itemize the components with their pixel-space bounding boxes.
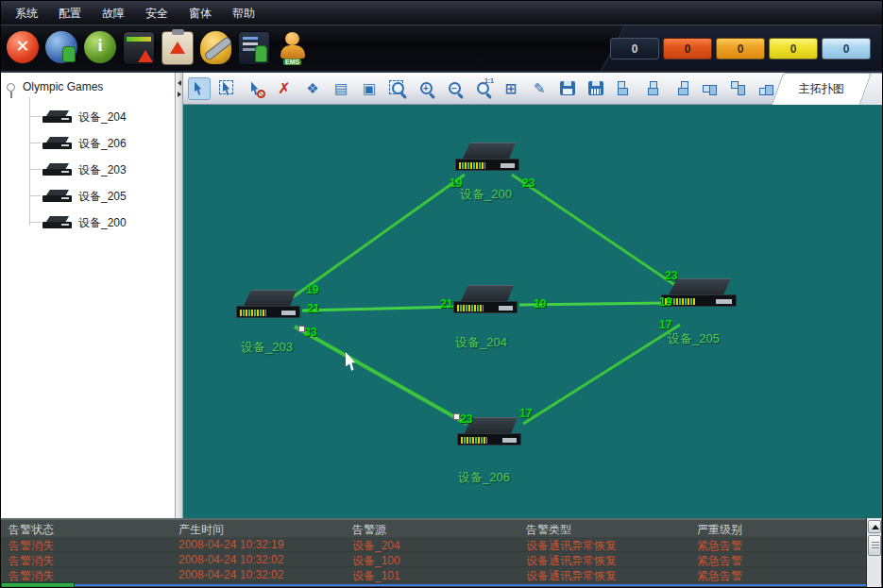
port-label: 23	[460, 412, 472, 426]
save-layout-icon[interactable]	[585, 77, 607, 100]
node-label-205: 设备_205	[668, 330, 720, 347]
device-alarm-icon[interactable]	[123, 31, 155, 65]
alarm-row[interactable]: 告警消失 2008-04-24 10:32:02 设备_100 设备通讯异常恢复…	[1, 552, 883, 567]
node-device-200[interactable]	[455, 143, 519, 173]
marquee-select-icon[interactable]	[216, 77, 239, 100]
window-view-icon[interactable]: ▣	[358, 77, 381, 100]
align-top-icon[interactable]	[698, 77, 721, 100]
col-occur-time[interactable]: 产生时间	[178, 522, 224, 538]
node-device-204[interactable]	[453, 285, 518, 315]
tab-main-topology[interactable]: 主拓扑图	[772, 73, 872, 105]
warning-triangle-icon	[170, 42, 185, 54]
node-device-203[interactable]	[236, 290, 300, 320]
align-right-icon[interactable]	[670, 77, 692, 100]
menu-help[interactable]: 帮助	[222, 1, 265, 25]
menu-config[interactable]: 配置	[48, 1, 92, 25]
align-center-icon[interactable]	[641, 77, 664, 100]
switch-icon	[42, 216, 72, 228]
ems-user-icon[interactable]: EMS	[277, 31, 309, 65]
tree-root[interactable]: Olympic Games	[7, 80, 103, 93]
select-pointer-icon[interactable]	[188, 77, 211, 100]
export-image-icon[interactable]: ▤	[330, 77, 352, 100]
port-label: 19	[306, 283, 318, 296]
port-label: 19	[450, 176, 462, 190]
node-label-203: 设备_203	[241, 339, 293, 356]
topology-globe-icon[interactable]	[45, 31, 77, 63]
alarm-table: 告警状态 产生时间 告警源 告警类型 严重级别 告警消失 2008-04-24 …	[1, 518, 883, 588]
alarm-table-header: 告警状态 产生时间 告警源 告警类型 严重级别	[1, 520, 883, 537]
link-nodes-icon[interactable]: ❖	[301, 77, 324, 100]
switch-icon	[42, 190, 72, 202]
tree-item-device-204[interactable]: 设备_204	[1, 103, 176, 129]
tree-item-device-205[interactable]: 设备_205	[1, 182, 176, 209]
col-severity[interactable]: 严重级别	[697, 522, 742, 538]
port-label: 23	[522, 176, 535, 190]
zoom-region-icon[interactable]	[386, 77, 409, 100]
save-icon[interactable]	[556, 77, 579, 100]
port-label: 21	[307, 302, 319, 315]
port-label: 33	[304, 326, 316, 339]
node-label-206: 设备_206	[458, 469, 510, 486]
alarm-counter-1[interactable]: 0	[610, 38, 659, 59]
exit-icon[interactable]: ✕	[7, 31, 39, 63]
col-alarm-source[interactable]: 告警源	[352, 522, 386, 538]
menu-bar: 系统 配置 故障 安全 窗体 帮助	[1, 1, 883, 25]
node-device-205[interactable]	[661, 278, 737, 309]
col-alarm-status[interactable]: 告警状态	[8, 522, 54, 538]
zoom-actual-icon[interactable]: 1:1	[471, 77, 494, 100]
alarm-row[interactable]: 告警消失 2008-04-24 10:32:19 设备_204 设备通讯异常恢复…	[1, 537, 883, 552]
alarm-counter-2[interactable]: 0	[663, 38, 712, 59]
node-label-204: 设备_204	[455, 334, 507, 351]
tree-item-device-203[interactable]: 设备_203	[1, 156, 176, 182]
collapse-left-icon[interactable]	[178, 80, 181, 86]
port-label: 17	[519, 407, 532, 420]
fit-view-icon[interactable]: ⊞	[500, 77, 522, 100]
distribute-horizontal-icon[interactable]	[726, 77, 749, 100]
port-label: 21	[440, 297, 452, 311]
panel-splitter[interactable]	[176, 73, 183, 518]
align-left-icon[interactable]	[613, 77, 636, 100]
menu-security[interactable]: 安全	[135, 1, 178, 25]
port-label: 17	[659, 318, 671, 331]
menu-window[interactable]: 窗体	[178, 1, 222, 25]
scroll-up-icon[interactable]	[868, 520, 881, 533]
tree-item-device-200[interactable]: 设备_200	[1, 209, 176, 235]
menu-system[interactable]: 系统	[5, 1, 48, 25]
alarm-counter-4[interactable]: 0	[769, 38, 818, 59]
warning-triangle-icon	[138, 50, 153, 62]
window-manager-icon[interactable]	[238, 31, 270, 65]
zoom-out-icon[interactable]: −	[443, 77, 466, 100]
minimized-window-fragment	[1, 582, 75, 588]
edit-link-icon[interactable]: ✎	[528, 77, 551, 100]
switch-icon	[42, 137, 72, 149]
main-toolbar: ✕ i EMS 0 0 0 0 0	[1, 25, 883, 73]
switch-icon	[42, 110, 72, 123]
zoom-in-icon[interactable]: +	[415, 77, 437, 100]
tree-root-label: Olympic Games	[23, 80, 103, 93]
link-selection-handle[interactable]	[453, 413, 460, 420]
switch-icon	[42, 163, 72, 176]
delete-icon[interactable]: ✗	[273, 77, 296, 100]
tree-root-toggle-icon[interactable]	[7, 83, 15, 92]
menu-fault[interactable]: 故障	[92, 1, 135, 25]
alarm-row[interactable]: 告警消失 2008-04-24 10:32:02 设备_101 设备通讯异常恢复…	[1, 567, 883, 582]
node-label-200: 设备_200	[460, 186, 512, 203]
link-selection-handle[interactable]	[298, 326, 305, 332]
col-alarm-type[interactable]: 告警类型	[526, 522, 571, 538]
row-selection-line	[75, 584, 883, 586]
port-label: 19	[534, 297, 546, 311]
alarm-table-scrollbar[interactable]	[866, 518, 881, 588]
select-disabled-icon[interactable]	[245, 77, 267, 100]
alarm-counter-3[interactable]: 0	[716, 38, 765, 59]
info-icon[interactable]: i	[84, 31, 116, 63]
ems-badge: EMS	[283, 59, 301, 65]
maintenance-bell-icon[interactable]	[200, 31, 231, 64]
scrollbar-thumb[interactable]	[868, 535, 881, 556]
tree-item-device-206[interactable]: 设备_206	[1, 129, 176, 156]
alarm-board-icon[interactable]	[161, 31, 194, 65]
topology-canvas[interactable]: 设备_200 设备_203 设备_204 设备_205 设备_206 19 19…	[183, 105, 883, 518]
port-label: 19	[659, 295, 671, 309]
alarm-counter-5[interactable]: 0	[822, 38, 871, 59]
port-label: 23	[665, 269, 677, 282]
collapse-right-icon[interactable]	[178, 92, 181, 97]
